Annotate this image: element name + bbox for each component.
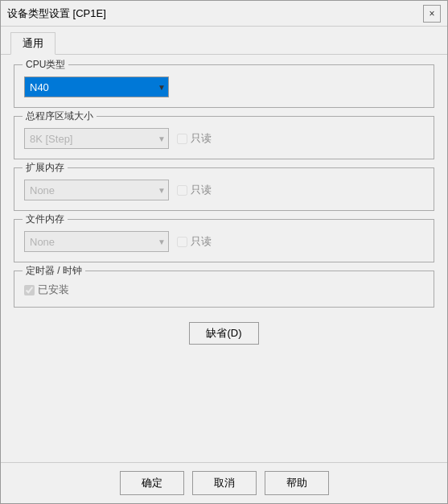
file-mem-readonly-label: 只读 <box>177 234 212 249</box>
group-file-mem-content: None ▼ 只读 <box>24 231 424 252</box>
expand-mem-readonly-label: 只读 <box>177 183 212 197</box>
window-title: 设备类型设置 [CP1E] <box>7 6 106 21</box>
program-area-readonly-label: 只读 <box>177 131 212 146</box>
file-mem-dropdown-wrapper: None ▼ <box>24 231 169 252</box>
timer-installed-label: 已安装 <box>24 283 69 297</box>
group-cpu-content: N40 N20 N30 N60 ▼ <box>24 76 424 97</box>
group-cpu-type: CPU类型 N40 N20 N30 N60 ▼ <box>14 64 434 108</box>
tab-general[interactable]: 通用 <box>10 32 55 55</box>
default-button-area: 缺省(D) <box>14 316 434 351</box>
group-program-area-content: 8K [Step] 16K [Step] ▼ 只读 <box>24 128 424 149</box>
timer-installed-checkbox[interactable] <box>24 285 35 295</box>
group-file-mem: 文件内存 None ▼ 只读 <box>14 219 434 262</box>
expand-mem-readonly-checkbox[interactable] <box>177 185 187 196</box>
group-expand-mem: 扩展内存 None ▼ 只读 <box>14 167 434 211</box>
expand-mem-readonly-text: 只读 <box>191 183 212 197</box>
default-button[interactable]: 缺省(D) <box>189 322 258 345</box>
expand-mem-dropdown-wrapper: None ▼ <box>24 180 169 200</box>
group-timer-label: 定时器 / 时钟 <box>23 264 85 278</box>
program-area-dropdown-wrapper: 8K [Step] 16K [Step] ▼ <box>24 128 169 149</box>
file-mem-readonly-text: 只读 <box>191 234 212 249</box>
cpu-type-select[interactable]: N40 N20 N30 N60 <box>24 76 169 97</box>
expand-mem-select[interactable]: None <box>24 180 169 200</box>
group-cpu-type-label: CPU类型 <box>23 58 68 72</box>
file-mem-readonly-checkbox[interactable] <box>177 237 187 247</box>
program-area-readonly-checkbox[interactable] <box>177 134 187 144</box>
cancel-button[interactable]: 取消 <box>192 471 257 495</box>
program-area-select[interactable]: 8K [Step] 16K [Step] <box>24 128 169 149</box>
ok-button[interactable]: 确定 <box>120 471 184 495</box>
file-mem-select[interactable]: None <box>24 231 169 252</box>
tab-general-label: 通用 <box>23 37 43 49</box>
group-timer-content: 已安装 <box>24 283 424 297</box>
title-bar: 设备类型设置 [CP1E] × <box>1 1 447 27</box>
group-expand-mem-content: None ▼ 只读 <box>24 180 424 200</box>
main-window: 设备类型设置 [CP1E] × 通用 CPU类型 N40 N20 N30 N60… <box>0 0 448 504</box>
program-area-readonly-text: 只读 <box>191 131 212 146</box>
help-button[interactable]: 帮助 <box>265 471 329 495</box>
group-expand-mem-label: 扩展内存 <box>23 161 68 175</box>
group-program-area-label: 总程序区域大小 <box>23 109 97 123</box>
timer-installed-text: 已安装 <box>38 283 69 297</box>
group-file-mem-label: 文件内存 <box>23 213 68 226</box>
tab-bar: 通用 <box>1 27 447 55</box>
group-program-area: 总程序区域大小 8K [Step] 16K [Step] ▼ 只读 <box>14 116 434 159</box>
main-content: CPU类型 N40 N20 N30 N60 ▼ 总程序区域大小 <box>1 55 447 462</box>
footer-buttons: 确定 取消 帮助 <box>1 462 447 503</box>
cpu-dropdown-wrapper: N40 N20 N30 N60 ▼ <box>24 76 169 97</box>
close-button[interactable]: × <box>423 5 441 23</box>
group-timer: 定时器 / 时钟 已安装 <box>14 271 434 308</box>
